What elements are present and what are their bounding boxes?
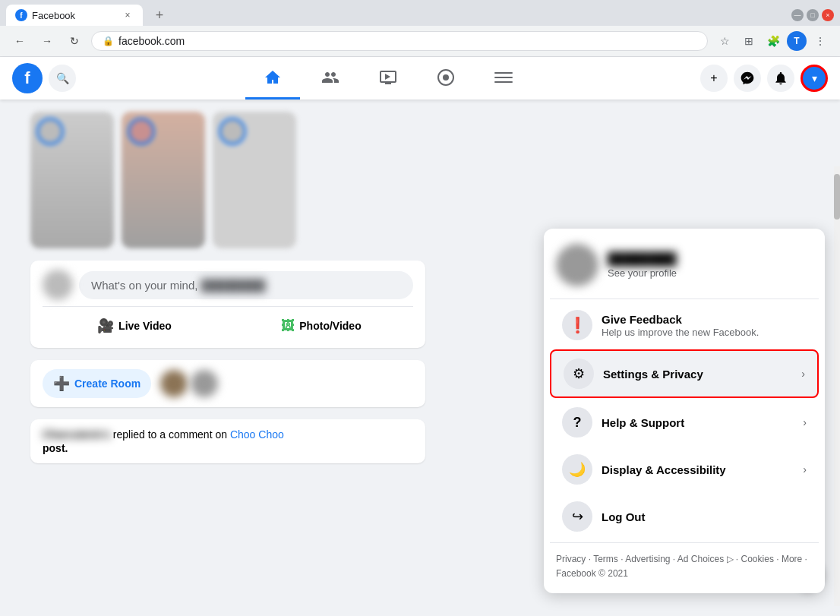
tab-title: Facebook bbox=[32, 10, 75, 21]
nav-watch[interactable] bbox=[361, 57, 415, 100]
display-accessibility-title: Display & Accessibility bbox=[602, 463, 794, 476]
story-card[interactable] bbox=[30, 112, 114, 248]
lock-icon: 🔒 bbox=[103, 36, 114, 46]
room-avatar bbox=[160, 370, 188, 397]
tab-favicon: f bbox=[15, 9, 27, 21]
see-profile-text: See your profile bbox=[608, 267, 677, 279]
close-button[interactable]: × bbox=[822, 9, 834, 21]
create-room-row: ➕ Create Room bbox=[30, 360, 425, 407]
extensions-grid-button[interactable]: ⊞ bbox=[738, 30, 759, 52]
story-avatar bbox=[219, 118, 246, 145]
browser-profile[interactable]: T bbox=[787, 31, 807, 51]
svg-rect-4 bbox=[494, 81, 513, 83]
profile-name: ████████ bbox=[608, 252, 677, 266]
svg-rect-3 bbox=[494, 77, 513, 78]
facebook-header: f 🔍 + ▾ bbox=[0, 57, 840, 100]
create-post-box: What's on your mind, ████████ 🎥 Live Vid… bbox=[30, 261, 425, 348]
divider bbox=[550, 299, 819, 299]
messenger-button[interactable] bbox=[734, 65, 761, 92]
account-dropdown-menu: ████████ See your profile ❗ Give Feedbac… bbox=[544, 229, 825, 593]
nav-groups[interactable] bbox=[418, 57, 473, 100]
footer-divider bbox=[550, 542, 819, 543]
dropdown-display-accessibility[interactable]: 🌙 Display & Accessibility › bbox=[550, 447, 819, 492]
nav-menu[interactable] bbox=[476, 57, 531, 100]
nav-friends[interactable] bbox=[303, 57, 358, 100]
settings-privacy-arrow: › bbox=[801, 368, 805, 380]
log-out-icon: ↪ bbox=[562, 501, 592, 532]
dropdown-settings-privacy[interactable]: ⚙ Settings & Privacy › bbox=[550, 349, 819, 398]
notification-item: Charcuterie's replied to a comment on Ch… bbox=[30, 419, 425, 463]
svg-rect-2 bbox=[494, 72, 513, 74]
settings-privacy-icon: ⚙ bbox=[564, 359, 594, 389]
dropdown-help-support[interactable]: ? Help & Support › bbox=[550, 400, 819, 445]
notif-name: Charcuterie's bbox=[43, 428, 110, 441]
story-avatar bbox=[36, 118, 64, 145]
main-navigation bbox=[76, 57, 700, 100]
post-input-row: What's on your mind, ████████ bbox=[43, 270, 413, 300]
facebook-logo: f bbox=[12, 63, 43, 93]
give-feedback-title: Give Feedback bbox=[602, 313, 807, 326]
live-video-button[interactable]: 🎥 Live Video bbox=[43, 313, 226, 339]
story-avatar bbox=[128, 118, 155, 145]
header-actions: + ▾ bbox=[700, 65, 828, 92]
room-avatar bbox=[191, 370, 218, 397]
scrollbar-thumb[interactable] bbox=[834, 174, 840, 220]
browser-tab[interactable]: f Facebook × bbox=[6, 5, 143, 26]
display-accessibility-content: Display & Accessibility bbox=[602, 463, 794, 476]
profile-avatar bbox=[556, 244, 598, 286]
reload-button[interactable]: ↻ bbox=[64, 30, 85, 52]
back-button[interactable]: ← bbox=[9, 30, 30, 52]
bookmark-button[interactable]: ☆ bbox=[714, 30, 735, 52]
browser-titlebar: f Facebook × + — □ × bbox=[0, 0, 840, 26]
svg-point-1 bbox=[443, 74, 449, 81]
log-out-title: Log Out bbox=[602, 510, 807, 523]
help-support-arrow: › bbox=[803, 416, 807, 428]
dropdown-footer: Privacy · Terms · Advertising · Ad Choic… bbox=[544, 546, 825, 587]
search-button[interactable]: 🔍 bbox=[49, 65, 76, 92]
settings-privacy-title: Settings & Privacy bbox=[603, 368, 792, 381]
browser-menu-button[interactable]: ⋮ bbox=[810, 30, 831, 52]
display-accessibility-arrow: › bbox=[803, 463, 807, 475]
give-feedback-subtitle: Help us improve the new Facebook. bbox=[602, 327, 807, 338]
notif-replied: replied to a comment on bbox=[113, 428, 230, 441]
help-support-icon: ? bbox=[562, 407, 592, 438]
settings-privacy-content: Settings & Privacy bbox=[603, 368, 792, 381]
display-accessibility-icon: 🌙 bbox=[562, 454, 592, 485]
notif-link[interactable]: Choo Choo bbox=[230, 428, 284, 441]
room-avatars bbox=[160, 370, 218, 397]
help-support-content: Help & Support bbox=[602, 416, 794, 429]
create-button[interactable]: + bbox=[700, 65, 728, 92]
address-bar[interactable]: 🔒 facebook.com bbox=[91, 31, 708, 51]
scrollbar[interactable] bbox=[834, 166, 840, 606]
log-out-content: Log Out bbox=[602, 510, 807, 523]
browser-addressbar: ← → ↻ 🔒 facebook.com ☆ ⊞ 🧩 T ⋮ bbox=[0, 26, 840, 56]
new-tab-button[interactable]: + bbox=[149, 5, 170, 26]
create-room-button[interactable]: ➕ Create Room bbox=[43, 369, 151, 398]
give-feedback-icon: ❗ bbox=[562, 310, 592, 340]
dropdown-profile-item[interactable]: ████████ See your profile bbox=[544, 235, 825, 295]
story-card[interactable] bbox=[213, 112, 296, 248]
user-avatar bbox=[43, 270, 73, 300]
notifications-button[interactable] bbox=[767, 65, 794, 92]
dropdown-give-feedback[interactable]: ❗ Give Feedback Help us improve the new … bbox=[550, 302, 819, 348]
post-action-bar: 🎥 Live Video 🖼 Photo/Video bbox=[43, 306, 413, 339]
tab-close-button[interactable]: × bbox=[122, 9, 134, 21]
post-input[interactable]: What's on your mind, ████████ bbox=[79, 271, 413, 299]
minimize-button[interactable]: — bbox=[791, 9, 804, 21]
photo-video-button[interactable]: 🖼 Photo/Video bbox=[229, 313, 413, 339]
nav-home[interactable] bbox=[245, 57, 300, 100]
forward-button[interactable]: → bbox=[36, 30, 58, 52]
profile-info: ████████ See your profile bbox=[608, 252, 677, 279]
notif-suffix: post. bbox=[43, 442, 68, 454]
browser-actions: ☆ ⊞ 🧩 T ⋮ bbox=[714, 30, 831, 52]
account-dropdown-button[interactable]: ▾ bbox=[801, 65, 828, 92]
give-feedback-content: Give Feedback Help us improve the new Fa… bbox=[602, 313, 807, 338]
extensions-button[interactable]: 🧩 bbox=[763, 30, 784, 52]
address-text: facebook.com bbox=[118, 35, 185, 47]
dropdown-log-out[interactable]: ↪ Log Out bbox=[550, 494, 819, 539]
maximize-button[interactable]: □ bbox=[807, 9, 819, 21]
story-card[interactable] bbox=[122, 112, 205, 248]
help-support-title: Help & Support bbox=[602, 416, 794, 429]
